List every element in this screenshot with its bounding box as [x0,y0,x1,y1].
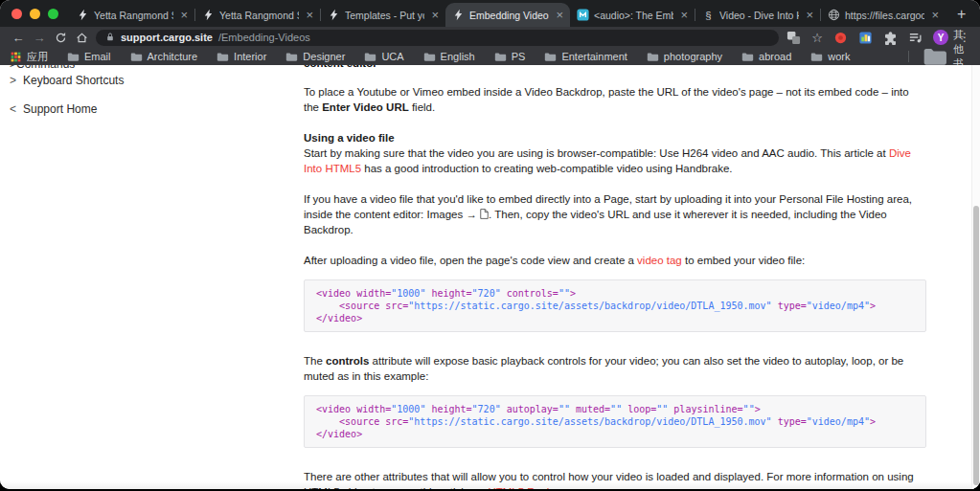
folder-icon [494,51,507,63]
close-window-button[interactable] [11,9,22,19]
translate-icon[interactable] [786,31,801,45]
text-span: Start by making sure that the video you … [304,147,889,159]
file-icon [480,209,489,220]
folder-icon [544,51,557,63]
sidebar-item-commands-clipped[interactable]: >Commands [10,65,75,71]
text-link[interactable]: HTML5 Rocks [488,486,558,489]
text-span: controls [326,355,369,367]
bookmark-star-icon[interactable]: ☆ [811,32,823,44]
tab-title: https://files.cargocollecti [845,10,924,21]
sidebar-item-keyboard-shortcuts[interactable]: >Keyboard Shortcuts [10,74,124,87]
folder-icon [741,51,754,63]
page-content: >Commands content editor >Keyboard Short… [0,65,980,489]
tab-close-icon[interactable]: × [929,9,939,21]
bookmark-folder[interactable]: Interior [217,51,266,63]
zoom-window-button[interactable] [48,9,58,19]
text-span: Enter Video URL [322,101,409,113]
tab-title: Video - Dive Into HTML5 [719,10,799,21]
apps-label: 应用 [27,50,48,64]
bookmark-folder-label: work [828,51,850,62]
bookmark-folder-label: English [441,51,475,62]
text-span: The [304,355,326,367]
address-bar[interactable]: support.cargo.site/Embedding-Videos [96,30,779,46]
folder-icon [647,51,659,63]
chevron-right-icon: > [10,74,16,87]
bookmark-folder[interactable]: Entertainment [544,51,627,63]
bookmark-folder[interactable]: Architcture [130,51,198,63]
tab-bar: Yetta Rangmond Suraj×Yetta Rangmond Sura… [0,0,980,27]
text-span: has a good introduction to creating web-… [361,163,732,174]
extensions-puzzle-icon[interactable] [883,31,898,45]
bookmark-folder[interactable]: PS [494,51,526,63]
scrollbar-thumb[interactable] [973,206,979,485]
home-button[interactable] [71,32,92,44]
lightning-icon [328,9,340,21]
svg-text:§: § [705,10,711,21]
tab-close-icon[interactable]: × [804,9,813,21]
bookmarks-bar: 应用 EmailArchitctureInteriorDesignerUCAEn… [0,48,980,65]
apps-shortcut[interactable]: 应用 [10,50,48,64]
forward-button[interactable]: → [29,32,50,44]
text-span: . [558,486,560,489]
text-span: There are other attributes that will all… [304,471,914,489]
tab[interactable]: Templates - Put your pro× [321,3,445,27]
tab[interactable]: Embedding Videos - Carg× [445,3,570,27]
tab-title: Embedding Videos - Carg [469,10,549,21]
url-host: support.cargo.site [121,32,213,43]
bookmark-folder-label: UCA [381,51,403,62]
bookmark-folder[interactable]: UCA [364,51,403,63]
code-block-controls: <video width="1000" height="720" control… [304,279,926,332]
bookmark-folder[interactable]: Email [67,51,111,63]
extension-colorful-icon[interactable] [858,31,873,45]
tab-close-icon[interactable]: × [678,9,688,21]
bookmark-folder-label: Entertainment [561,51,627,62]
tab[interactable]: Yetta Rangmond Suraj× [70,3,194,27]
bookmark-folder-list: EmailArchitctureInteriorDesignerUCAEngli… [67,51,870,63]
tab-close-icon[interactable]: × [304,9,313,21]
text-link[interactable]: video tag [637,255,682,266]
tab-title: Yetta Rangmond Suraj [219,10,299,21]
tab-title: Yetta Rangmond Suraj [94,10,173,21]
page-scrollbar[interactable] [971,65,980,489]
tab[interactable]: §Video - Dive Into HTML5× [695,3,820,27]
tab-strip: Yetta Rangmond Suraj×Yetta Rangmond Sura… [70,0,946,27]
tab-close-icon[interactable]: × [554,9,563,21]
apps-grid-icon [10,51,22,63]
lightning-icon [452,9,465,21]
folder-icon [130,51,143,63]
tab-close-icon[interactable]: × [429,9,439,21]
bookmark-folder-label: Designer [303,51,345,62]
extension-red-icon[interactable] [833,31,848,45]
bookmark-folder-label: abroad [759,51,791,62]
folder-icon [285,51,298,63]
bookmark-folder[interactable]: work [810,51,850,63]
minimize-window-button[interactable] [30,9,40,19]
lightning-icon [202,9,215,21]
paragraph-other-attributes: There are other attributes that will all… [304,469,926,489]
heading-using-a-video-file: Using a video file [304,130,926,145]
tab[interactable]: Yetta Rangmond Suraj× [195,3,320,27]
bookmark-folder[interactable]: English [423,51,475,63]
code-block-autoplay: <video width="1000" height="720" autopla… [304,395,926,448]
bookmark-folder-label: Email [84,51,111,62]
folder-icon [67,51,80,63]
tab[interactable]: <audio>: The Embed Aud× [570,3,695,27]
lock-icon [105,29,115,46]
reload-button[interactable] [50,32,71,44]
tab-close-icon[interactable]: × [178,9,188,21]
sidebar-item-label: Keyboard Shortcuts [23,74,124,87]
bookmark-folder[interactable]: abroad [741,51,791,63]
back-button[interactable]: ← [8,32,29,44]
bookmark-folder[interactable]: photography [647,51,722,63]
bookmark-folder[interactable]: Designer [285,51,345,63]
mdn-icon [577,9,589,21]
section-icon: § [702,9,715,21]
browser-window: Yetta Rangmond Suraj×Yetta Rangmond Sura… [0,0,980,489]
text-span: After uploading a video file, open the p… [304,255,637,266]
globe-icon [828,9,840,21]
tab[interactable]: https://files.cargocollecti× [821,3,946,27]
sidebar-item-support-home[interactable]: <Support Home [10,102,97,116]
bookmark-folder-label: Architcture [148,51,198,62]
paragraph-browser-compatible: Start by making sure that the video you … [304,145,926,176]
new-tab-button[interactable]: + [957,7,966,22]
